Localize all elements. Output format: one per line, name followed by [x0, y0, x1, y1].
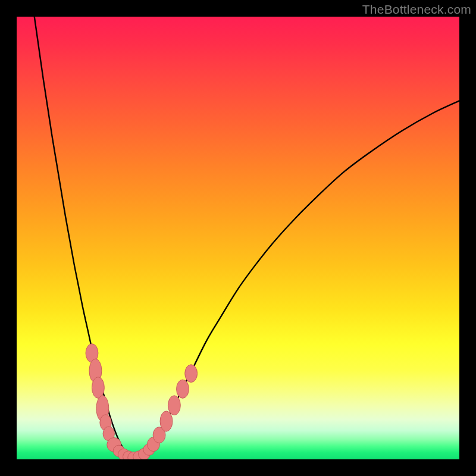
plot-area: [17, 17, 459, 459]
data-marker: [92, 377, 104, 399]
chart-frame: TheBottleneck.com: [0, 0, 476, 476]
data-marker: [185, 365, 198, 383]
curve-overlay: [17, 17, 459, 459]
data-marker: [177, 380, 189, 398]
data-marker: [160, 411, 173, 431]
data-marker: [168, 396, 180, 415]
watermark-label: TheBottleneck.com: [362, 2, 471, 17]
